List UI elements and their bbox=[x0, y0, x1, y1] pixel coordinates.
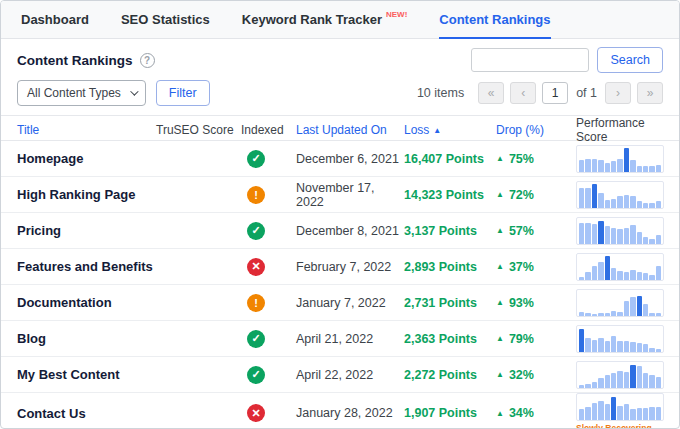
pagination-next-button[interactable]: › bbox=[605, 82, 631, 104]
chart-bar bbox=[624, 404, 629, 420]
items-count: 10 items bbox=[417, 86, 464, 100]
chart-bar bbox=[617, 196, 622, 208]
page-header-section: Content Rankings ? Search All Content Ty… bbox=[1, 39, 679, 107]
chart-bar bbox=[611, 228, 616, 244]
chart-bar bbox=[649, 313, 654, 315]
pagination-first-button[interactable]: « bbox=[478, 82, 504, 104]
column-label: Indexed bbox=[241, 123, 284, 137]
table-row: Pricing ✓ December 8, 2021 3,137 Points … bbox=[1, 213, 679, 249]
last-updated-date: January 28, 2022 bbox=[296, 406, 404, 420]
performance-chart bbox=[576, 289, 664, 317]
chart-bar bbox=[656, 349, 661, 352]
filter-button[interactable]: Filter bbox=[156, 80, 210, 106]
loss-points: 14,323 Points bbox=[404, 188, 496, 202]
search-button[interactable]: Search bbox=[597, 47, 663, 73]
row-title[interactable]: Contact Us bbox=[17, 406, 156, 421]
chart-bar bbox=[605, 226, 610, 243]
pagination-prev-button[interactable]: ‹ bbox=[510, 82, 536, 104]
chart-bar bbox=[637, 366, 642, 387]
loss-points: 2,363 Points bbox=[404, 332, 496, 346]
chart-bar bbox=[656, 407, 661, 420]
column-label: TruSEO Score bbox=[156, 123, 234, 137]
chevron-down-icon bbox=[130, 87, 138, 95]
performance-chart bbox=[576, 361, 664, 389]
row-title[interactable]: Documentation bbox=[17, 295, 156, 310]
row-title[interactable]: Pricing bbox=[17, 223, 156, 238]
chart-bar bbox=[624, 272, 629, 279]
last-updated-date: December 8, 2021 bbox=[296, 224, 404, 238]
chart-bar bbox=[643, 273, 648, 279]
performance-chart bbox=[576, 145, 664, 173]
tab-label: Content Rankings bbox=[439, 12, 550, 27]
page-title: Content Rankings bbox=[17, 53, 133, 68]
table-row: My Best Content ✓ April 22, 2022 2,272 P… bbox=[1, 357, 679, 393]
column-header-performance-score: Performance Score bbox=[576, 116, 679, 144]
column-label: Drop (%) bbox=[496, 123, 544, 137]
indexed-check-icon: ✓ bbox=[247, 330, 265, 348]
content-rankings-page: DashboardSEO StatisticsKeyword Rank Trac… bbox=[0, 0, 680, 429]
chart-bar bbox=[637, 408, 642, 420]
chart-bar bbox=[649, 239, 654, 244]
help-icon[interactable]: ? bbox=[140, 53, 155, 68]
chart-bar bbox=[592, 314, 597, 316]
column-header-drop[interactable]: Drop (%) bbox=[496, 123, 576, 137]
chart-bar bbox=[605, 200, 610, 207]
pagination-last-button[interactable]: » bbox=[637, 82, 663, 104]
loss-points: 2,272 Points bbox=[404, 368, 496, 382]
performance-note: Slowly Recovering bbox=[576, 423, 652, 429]
chart-bar bbox=[617, 312, 622, 315]
last-updated-date: April 22, 2022 bbox=[296, 368, 404, 382]
row-title[interactable]: Blog bbox=[17, 331, 156, 346]
table-row: Features and Benefits ✕ February 7, 2022… bbox=[1, 249, 679, 285]
chart-bar bbox=[637, 166, 642, 171]
drop-percent: 93% bbox=[509, 296, 534, 310]
chart-bar bbox=[637, 343, 642, 352]
chart-bar bbox=[598, 401, 603, 420]
search-input[interactable] bbox=[471, 48, 589, 72]
chart-bar bbox=[643, 237, 648, 243]
column-header-last-updated-on[interactable]: Last Updated On bbox=[296, 123, 404, 137]
row-title[interactable]: High Ranking Page bbox=[17, 187, 156, 202]
chart-bar bbox=[592, 382, 597, 388]
chart-bar bbox=[617, 341, 622, 352]
content-type-select[interactable]: All Content Types bbox=[17, 80, 146, 106]
chart-bar bbox=[579, 277, 584, 280]
loss-points: 1,907 Points bbox=[404, 406, 496, 420]
drop-percent: 34% bbox=[509, 406, 534, 420]
chart-bar bbox=[630, 225, 635, 243]
tab-content-rankings[interactable]: Content Rankings bbox=[439, 1, 550, 39]
row-title[interactable]: Features and Benefits bbox=[17, 259, 156, 274]
chart-bar bbox=[630, 342, 635, 352]
chart-bar bbox=[585, 188, 590, 208]
indexed-warning-icon: ! bbox=[247, 186, 265, 204]
last-updated-date: February 7, 2022 bbox=[296, 260, 404, 274]
chart-bar-highlighted bbox=[579, 329, 584, 352]
table-row: High Ranking Page ! November 17, 2022 14… bbox=[1, 177, 679, 213]
row-title[interactable]: My Best Content bbox=[17, 367, 156, 382]
chart-bar bbox=[643, 408, 648, 420]
chart-bar bbox=[579, 223, 584, 243]
tab-dashboard[interactable]: Dashboard bbox=[21, 1, 89, 39]
chart-bar bbox=[643, 373, 648, 388]
row-title[interactable]: Homepage bbox=[17, 151, 156, 166]
tab-label: Keyword Rank Tracker bbox=[242, 12, 382, 27]
tab-label: SEO Statistics bbox=[121, 12, 210, 27]
tab-bar: DashboardSEO StatisticsKeyword Rank Trac… bbox=[1, 1, 679, 39]
loss-points: 2,731 Points bbox=[404, 296, 496, 310]
column-header-loss[interactable]: Loss▲ bbox=[404, 123, 496, 137]
chart-bar bbox=[598, 262, 603, 280]
chart-bar bbox=[598, 338, 603, 351]
chart-bar bbox=[649, 407, 654, 420]
chart-bar bbox=[579, 160, 584, 172]
table-body: Homepage ✓ December 6, 2021 16,407 Point… bbox=[1, 141, 679, 428]
tab-seo-statistics[interactable]: SEO Statistics bbox=[121, 1, 210, 39]
tab-keyword-rank-tracker[interactable]: Keyword Rank TrackerNEW! bbox=[242, 1, 408, 39]
chart-bar bbox=[624, 341, 629, 351]
chart-bar bbox=[656, 201, 661, 207]
pagination-page-input[interactable] bbox=[542, 82, 568, 104]
chart-bar bbox=[605, 313, 610, 316]
chart-bar-highlighted bbox=[592, 184, 597, 208]
chart-bar bbox=[649, 166, 654, 171]
column-header-title[interactable]: Title bbox=[17, 123, 156, 137]
column-label: Loss bbox=[404, 123, 429, 137]
